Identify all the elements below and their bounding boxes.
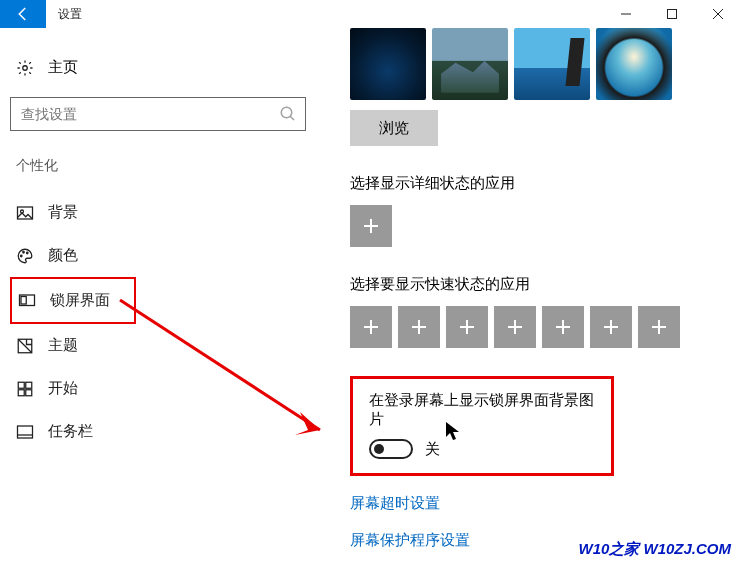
sidebar-item-taskbar[interactable]: 任务栏: [10, 410, 310, 453]
sidebar-item-background[interactable]: 背景: [10, 191, 310, 234]
svg-rect-16: [26, 382, 32, 388]
taskbar-icon: [16, 423, 34, 441]
thumbnail-4[interactable]: [596, 28, 672, 100]
background-thumbnails: [350, 28, 731, 100]
svg-point-5: [281, 107, 292, 118]
screen-timeout-link[interactable]: 屏幕超时设置: [350, 494, 440, 513]
sidebar-item-lockscreen[interactable]: 锁屏界面: [10, 277, 136, 324]
thumbnail-3[interactable]: [514, 28, 590, 100]
thumbnail-1[interactable]: [350, 28, 426, 100]
screensaver-link[interactable]: 屏幕保护程序设置: [350, 531, 470, 550]
show-bg-on-signin-label: 在登录屏幕上显示锁屏界面背景图片: [369, 391, 595, 429]
gear-icon: [16, 59, 34, 77]
start-icon: [16, 380, 34, 398]
quick-status-row: [350, 306, 731, 348]
home-button[interactable]: 主页: [10, 50, 310, 85]
browse-button[interactable]: 浏览: [350, 110, 438, 146]
maximize-button[interactable]: [649, 0, 695, 28]
home-label: 主页: [48, 58, 78, 77]
sidebar-item-label: 锁屏界面: [50, 291, 110, 310]
cursor-icon: [445, 421, 461, 441]
svg-point-11: [27, 252, 29, 254]
search-input[interactable]: [11, 98, 305, 130]
thumbnail-2[interactable]: [432, 28, 508, 100]
svg-point-9: [21, 255, 23, 257]
show-bg-on-signin-toggle[interactable]: [369, 439, 413, 459]
sidebar-item-label: 主题: [48, 336, 78, 355]
window-title: 设置: [46, 0, 94, 28]
svg-line-6: [290, 116, 294, 120]
add-detailed-app-button[interactable]: [350, 205, 392, 247]
add-quick-app-button[interactable]: [494, 306, 536, 348]
svg-point-4: [23, 65, 28, 70]
sidebar-item-label: 任务栏: [48, 422, 93, 441]
add-quick-app-button[interactable]: [350, 306, 392, 348]
right-pane: 浏览 选择显示详细状态的应用 选择要显示快速状态的应用 在登录屏幕上显示锁屏界面…: [320, 28, 741, 565]
title-bar: 设置: [0, 0, 741, 28]
svg-rect-1: [668, 10, 677, 19]
sidebar-item-start[interactable]: 开始: [10, 367, 310, 410]
svg-rect-17: [18, 389, 24, 395]
svg-point-10: [23, 251, 25, 253]
sidebar-item-colors[interactable]: 颜色: [10, 234, 310, 277]
watermark: W10之家 W10ZJ.COM: [578, 540, 731, 559]
minimize-button[interactable]: [603, 0, 649, 28]
add-quick-app-button[interactable]: [638, 306, 680, 348]
sidebar-item-themes[interactable]: 主题: [10, 324, 310, 367]
svg-rect-13: [21, 296, 26, 304]
svg-rect-15: [18, 382, 24, 388]
sidebar-item-label: 颜色: [48, 246, 78, 265]
sidebar-item-label: 背景: [48, 203, 78, 222]
category-label: 个性化: [10, 153, 310, 179]
add-quick-app-button[interactable]: [398, 306, 440, 348]
left-pane: 主页 个性化 背景 颜色 锁屏界面 主题 开始: [0, 28, 320, 565]
quick-status-label: 选择要显示快速状态的应用: [350, 275, 731, 294]
toggle-state: 关: [425, 440, 440, 459]
highlighted-setting: 在登录屏幕上显示锁屏界面背景图片 关: [350, 376, 614, 476]
search-icon: [279, 105, 297, 127]
add-quick-app-button[interactable]: [542, 306, 584, 348]
add-quick-app-button[interactable]: [446, 306, 488, 348]
sidebar-item-label: 开始: [48, 379, 78, 398]
svg-rect-18: [26, 389, 32, 395]
close-button[interactable]: [695, 0, 741, 28]
picture-icon: [16, 204, 34, 222]
lockscreen-icon: [18, 292, 36, 310]
theme-icon: [16, 337, 34, 355]
back-button[interactable]: [0, 0, 46, 28]
search-box[interactable]: [10, 97, 306, 131]
add-quick-app-button[interactable]: [590, 306, 632, 348]
svg-rect-19: [18, 426, 33, 438]
palette-icon: [16, 247, 34, 265]
detailed-status-label: 选择显示详细状态的应用: [350, 174, 731, 193]
